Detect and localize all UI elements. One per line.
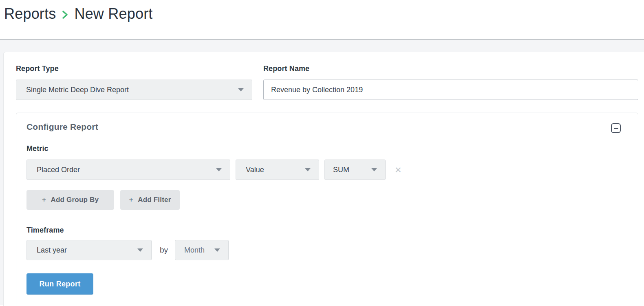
metric-property-select[interactable]: Value — [236, 160, 319, 180]
breadcrumb-chevron-icon — [62, 10, 68, 20]
metric-row: Placed Order Value SUM ✕ — [26, 160, 628, 180]
configure-title: Configure Report — [26, 122, 98, 132]
add-filter-button[interactable]: + Add Filter — [120, 190, 180, 210]
metric-actions-row: + Add Group By + Add Filter — [26, 190, 628, 210]
timeframe-by-label: by — [160, 246, 168, 255]
page-body: Report Type Single Metric Deep Dive Repo… — [0, 40, 644, 305]
chevron-down-icon — [305, 168, 311, 171]
report-meta-row: Report Type Single Metric Deep Dive Repo… — [16, 64, 637, 100]
plus-icon: + — [129, 196, 133, 204]
report-type-label: Report Type — [16, 64, 252, 73]
timeframe-label: Timeframe — [26, 226, 628, 235]
metric-event-select[interactable]: Placed Order — [26, 160, 230, 180]
add-filter-label: Add Filter — [138, 196, 171, 204]
remove-metric-icon[interactable]: ✕ — [395, 166, 402, 174]
chevron-down-icon — [371, 168, 377, 171]
page-header: Reports New Report — [0, 0, 644, 40]
report-type-field: Report Type Single Metric Deep Dive Repo… — [16, 64, 252, 100]
add-group-by-button[interactable]: + Add Group By — [26, 190, 114, 210]
configure-report-card: Configure Report Metric Placed Order Val… — [16, 113, 638, 306]
plus-icon: + — [42, 196, 46, 204]
metric-property-value: Value — [246, 166, 264, 174]
timeframe-range-value: Last year — [37, 246, 67, 255]
minus-icon — [614, 128, 618, 129]
timeframe-range-select[interactable]: Last year — [26, 240, 152, 260]
chevron-down-icon — [238, 88, 244, 91]
add-group-by-label: Add Group By — [51, 196, 99, 204]
collapse-section-button[interactable] — [611, 123, 621, 133]
metric-aggregation-select[interactable]: SUM — [324, 160, 386, 180]
timeframe-interval-select[interactable]: Month — [175, 240, 229, 260]
metric-label: Metric — [26, 144, 628, 153]
breadcrumb-current: New Report — [74, 5, 152, 22]
breadcrumb-reports-link[interactable]: Reports — [4, 5, 56, 22]
report-name-field: Report Name — [263, 64, 638, 100]
chevron-down-icon — [214, 248, 220, 252]
breadcrumb: Reports New Report — [4, 5, 644, 22]
new-report-card: Report Type Single Metric Deep Dive Repo… — [3, 52, 644, 306]
report-type-value: Single Metric Deep Dive Report — [26, 86, 129, 94]
chevron-down-icon — [137, 248, 143, 252]
configure-header: Configure Report — [26, 122, 628, 133]
report-name-input[interactable] — [263, 80, 638, 100]
metric-event-value: Placed Order — [37, 166, 80, 174]
timeframe-row: Last year by Month — [26, 240, 628, 260]
report-name-label: Report Name — [263, 64, 638, 73]
chevron-down-icon — [216, 168, 222, 171]
metric-aggregation-value: SUM — [333, 166, 349, 174]
report-type-select[interactable]: Single Metric Deep Dive Report — [16, 80, 252, 100]
timeframe-interval-value: Month — [184, 246, 205, 255]
run-report-button[interactable]: Run Report — [26, 273, 93, 295]
